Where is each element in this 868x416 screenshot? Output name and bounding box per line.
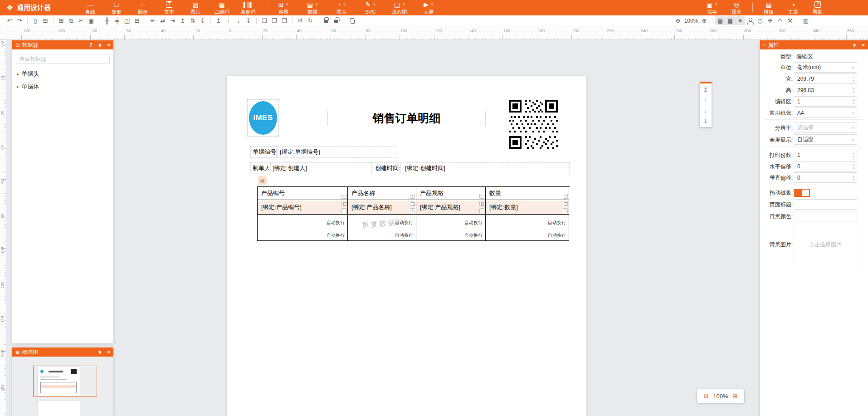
redo-icon[interactable]: ↷ xyxy=(15,16,24,25)
page-title-input[interactable] xyxy=(794,199,857,210)
theme-button[interactable]: ◑ 主题 xyxy=(781,0,805,15)
collapse-icon[interactable]: ∨ xyxy=(853,42,857,48)
copy-icon[interactable]: ⧉ xyxy=(66,16,76,25)
group-icon[interactable]: ❏ xyxy=(259,16,269,25)
collapse-icon[interactable]: ∨ xyxy=(98,42,102,48)
tools-icon[interactable]: ⚒ xyxy=(785,16,795,25)
fullscreen-select[interactable]: 自适应 ▾ xyxy=(794,134,857,145)
magnet-toggle[interactable] xyxy=(794,189,810,197)
save-button[interactable]: ▣ ∨ 保存 xyxy=(700,0,724,15)
table-empty-cell[interactable]: 自动换行 xyxy=(258,215,348,228)
delete-badge-icon[interactable] xyxy=(341,201,346,206)
design-page[interactable]: IMES 销售订单明细 单据编号: xyxy=(227,76,586,416)
tool-qrcode[interactable]: ▦ 二维码 xyxy=(209,0,235,15)
rotate-left-icon[interactable]: ↺ xyxy=(295,16,305,25)
zoom-out-icon[interactable]: ⊖ xyxy=(673,16,683,25)
new-page-icon[interactable]: ▯ xyxy=(30,16,40,25)
unlock-icon[interactable] xyxy=(331,16,341,25)
center-vertical-icon[interactable]: ⊟ xyxy=(132,16,142,25)
zoom-in-icon[interactable]: ⊕ xyxy=(699,16,709,25)
qrcode-element[interactable] xyxy=(509,100,558,149)
create-time-label[interactable]: 创建时间: xyxy=(373,162,401,174)
table-header-cell[interactable]: 数量 T xyxy=(486,187,569,200)
tool-image[interactable]: ▨ 图片 xyxy=(182,0,209,15)
delete-badge-icon[interactable] xyxy=(479,201,484,206)
data-table[interactable]: 产品编号 T 产品名称 T 产品规格 T 数量 xyxy=(257,186,570,241)
merge-icon[interactable]: ❒ xyxy=(279,16,289,25)
scroll-top-icon[interactable]: ↥ xyxy=(703,87,708,93)
tool-text[interactable]: T 文本 xyxy=(156,0,182,15)
align-center-icon[interactable]: ⇄ xyxy=(158,16,168,25)
properties-panel-toggle[interactable]: ≡ xyxy=(735,16,745,25)
tool-bigscreen[interactable]: ▶ ∨ 大屏 xyxy=(414,0,443,15)
text-style-badge[interactable]: T xyxy=(479,194,484,199)
datasource-search-input[interactable] xyxy=(16,54,110,64)
tool-svg[interactable]: ✎ ∨ SVG xyxy=(356,0,385,15)
tool-rect[interactable]: □ 矩形 xyxy=(103,0,130,15)
align-middle-icon[interactable]: ⇅ xyxy=(188,16,198,25)
align-bottom-icon[interactable]: ↧ xyxy=(198,16,208,25)
scroll-bottom-icon[interactable]: ↧ xyxy=(703,118,708,124)
text-style-badge[interactable]: T xyxy=(563,208,568,213)
stepper-arrows-icon[interactable]: ▴▾ xyxy=(853,174,854,181)
paste-icon[interactable]: ▣ xyxy=(86,16,96,25)
lock-icon[interactable] xyxy=(321,16,331,25)
stepper-arrows-icon[interactable]: ▴▾ xyxy=(853,98,854,105)
text-style-badge[interactable]: T xyxy=(410,208,415,213)
center-horizontal-icon[interactable]: ◫ xyxy=(122,16,132,25)
creator-binding[interactable]: [绑定:创建人] xyxy=(270,162,372,174)
datasource-panel-toggle[interactable]: ▤ xyxy=(715,16,725,25)
tool-circle[interactable]: ○ 圆形 xyxy=(130,0,156,15)
align-top-icon[interactable]: ↥ xyxy=(178,16,188,25)
zoom-out-icon[interactable]: ⊖ xyxy=(703,392,709,400)
move-down-icon[interactable]: ↓ xyxy=(234,16,244,25)
text-style-badge[interactable]: T xyxy=(410,194,415,199)
table-binding-cell[interactable]: [绑定:产品规格] T xyxy=(416,200,486,215)
tool-container[interactable]: ⊞ ∨ 容器 xyxy=(269,0,298,15)
tool-line[interactable]: — 直线 xyxy=(77,0,103,15)
stepper-arrows-icon[interactable]: ▴▾ xyxy=(853,87,854,94)
template-button[interactable]: ▤ 模板 xyxy=(756,0,781,15)
close-icon[interactable]: × xyxy=(107,349,110,355)
bg-image-picker[interactable]: 点击选择图片 xyxy=(794,223,857,266)
table-header-cell[interactable]: 产品规格 T xyxy=(416,187,486,200)
table-binding-cell[interactable]: [绑定:产品编号] T xyxy=(258,200,348,215)
delete-icon[interactable] xyxy=(347,16,357,25)
zoom-in-icon[interactable]: ⊕ xyxy=(732,392,738,400)
history-icon[interactable]: ◷ xyxy=(755,16,765,25)
help-icon[interactable]: ? xyxy=(89,42,93,48)
table-binding-cell[interactable]: [绑定:数量] T xyxy=(486,200,569,215)
print-icon[interactable]: ⊟ xyxy=(40,16,50,25)
scroll-up-icon[interactable]: ↑ xyxy=(704,97,707,103)
overview-thumbnail-area[interactable] xyxy=(12,357,113,416)
tool-barcode[interactable]: ▌║▌ 条形码 xyxy=(235,0,261,15)
table-empty-cell[interactable]: 自动换行 xyxy=(416,228,486,241)
text-style-badge[interactable]: T xyxy=(563,194,568,199)
text-style-badge[interactable]: T xyxy=(479,208,484,213)
text-style-badge[interactable]: T xyxy=(341,194,346,199)
h-offset-stepper[interactable]: 0 ▴▾ xyxy=(794,161,857,171)
recycle-icon[interactable]: ♺ xyxy=(775,16,785,25)
undo-icon[interactable]: ↶ xyxy=(5,16,15,25)
table-empty-cell[interactable]: 自动换行 xyxy=(416,215,486,228)
move-up-icon[interactable]: ↑ xyxy=(224,16,234,25)
unit-select[interactable]: 毫米(mm) ▾ xyxy=(794,62,857,73)
copies-stepper[interactable]: 1 ▴▾ xyxy=(794,150,857,160)
table-settings-icon[interactable]: ▦ xyxy=(258,176,267,185)
help-button[interactable]: ? 帮助 xyxy=(805,0,830,15)
viewport-indicator[interactable] xyxy=(33,366,97,396)
add-icon[interactable]: ⊞ xyxy=(56,16,66,25)
height-stepper[interactable]: 296.83 ▴▾ xyxy=(794,85,857,95)
ungroup-icon[interactable]: ❐ xyxy=(269,16,279,25)
cut-icon[interactable]: ✂ xyxy=(76,16,86,25)
stepper-arrows-icon[interactable]: ▴▾ xyxy=(853,152,854,159)
table-empty-cell[interactable]: 自动换行 xyxy=(348,228,416,241)
preview-button[interactable]: ◎ 预览 xyxy=(724,0,749,15)
creator-label[interactable]: 制单人: xyxy=(250,162,269,174)
editarea-stepper[interactable]: 1 ▴▾ xyxy=(794,96,857,107)
resolution-select[interactable]: 请选择 ▾ xyxy=(794,122,857,133)
align-right-icon[interactable]: ⇥ xyxy=(168,16,178,25)
bring-front-icon[interactable]: ↥ xyxy=(214,16,224,25)
table-header-cell[interactable]: 产品编号 T xyxy=(258,187,348,200)
tool-data[interactable]: ▤ ∨ 数据 xyxy=(298,0,327,15)
